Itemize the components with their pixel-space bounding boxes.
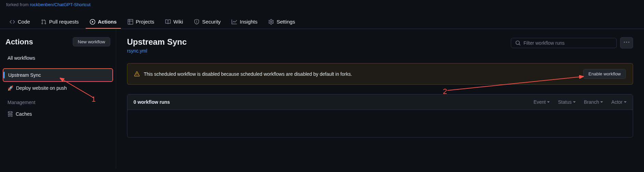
svg-point-0 — [8, 112, 12, 113]
play-icon — [90, 19, 95, 25]
pull-request-icon — [41, 19, 46, 25]
nav-code[interactable]: Code — [5, 15, 34, 29]
workflow-file-link[interactable]: rsync.yml — [127, 48, 147, 54]
filter-input-wrap[interactable] — [511, 38, 617, 48]
all-workflows-item[interactable]: All workflows — [3, 52, 113, 64]
kebab-icon — [624, 40, 629, 45]
warning-content: This scheduled workflow is disabled beca… — [134, 71, 352, 77]
graph-icon — [232, 19, 237, 25]
fork-prefix: forked from — [6, 2, 29, 7]
chevron-down-icon — [624, 101, 627, 103]
filter-dropdowns: Event Status Branch Actor — [533, 99, 627, 105]
workflow-title-group: Upstream Sync rsync.yml — [127, 37, 187, 54]
warning-text: This scheduled workflow is disabled beca… — [144, 71, 352, 77]
book-icon — [165, 19, 171, 25]
nav-projects-label: Projects — [136, 19, 154, 25]
code-icon — [10, 19, 15, 25]
shield-icon — [194, 19, 199, 25]
main-layout: Actions New workflow All workflows Upstr… — [0, 29, 644, 169]
caches-item[interactable]: Caches — [3, 108, 113, 120]
sidebar-header: Actions New workflow — [3, 34, 113, 52]
workflow-item-upstream-sync[interactable]: Upstream Sync — [3, 68, 113, 82]
workflow-header: Upstream Sync rsync.yml — [127, 37, 633, 54]
content: Upstream Sync rsync.yml This scheduled w… — [116, 29, 644, 169]
workflow-item-deploy[interactable]: 🚀 Deploy website on push — [3, 82, 113, 94]
nav-pr-label: Pull requests — [49, 19, 79, 25]
nav-insights[interactable]: Insights — [227, 15, 262, 29]
nav-projects[interactable]: Projects — [124, 15, 158, 29]
nav-actions[interactable]: Actions — [86, 15, 121, 29]
branch-filter[interactable]: Branch — [584, 99, 603, 105]
sidebar-title: Actions — [5, 38, 33, 46]
rocket-icon: 🚀 — [8, 85, 13, 91]
gear-icon — [268, 19, 274, 25]
nav-settings-label: Settings — [277, 19, 295, 25]
nav-actions-label: Actions — [98, 19, 117, 25]
runs-count: 0 workflow runs — [134, 99, 170, 105]
fork-info: forked from rockbenben/ChatGPT-Shortcut — [0, 0, 644, 9]
management-label: Management — [3, 94, 113, 108]
workflow-label: Deploy website on push — [16, 85, 67, 91]
search-icon — [515, 40, 521, 46]
chevron-down-icon — [573, 101, 576, 103]
workflow-title: Upstream Sync — [127, 37, 187, 47]
table-icon — [128, 19, 133, 25]
filter-input[interactable] — [523, 40, 612, 46]
nav-wiki[interactable]: Wiki — [161, 15, 187, 29]
runs-header: 0 workflow runs Event Status Branch — [127, 95, 633, 110]
new-workflow-button[interactable]: New workflow — [73, 37, 110, 46]
nav-wiki-label: Wiki — [173, 19, 183, 25]
sidebar: Actions New workflow All workflows Upstr… — [0, 29, 116, 169]
fork-repo-link[interactable]: rockbenben/ChatGPT-Shortcut — [30, 2, 90, 7]
chevron-down-icon — [547, 101, 550, 103]
nav-settings[interactable]: Settings — [264, 15, 299, 29]
repo-nav: Code Pull requests Actions Projects Wiki… — [0, 15, 644, 29]
enable-workflow-button[interactable]: Enable workflow — [583, 69, 626, 79]
nav-pull-requests[interactable]: Pull requests — [37, 15, 83, 29]
workflow-label: Upstream Sync — [8, 72, 41, 78]
alert-icon — [134, 71, 140, 77]
header-controls — [511, 37, 633, 48]
status-filter[interactable]: Status — [558, 99, 576, 105]
runs-panel: 0 workflow runs Event Status Branch — [127, 94, 633, 138]
all-workflows-label: All workflows — [8, 55, 35, 61]
nav-security[interactable]: Security — [190, 15, 225, 29]
runs-body — [127, 110, 633, 137]
caches-label: Caches — [16, 111, 32, 117]
event-filter[interactable]: Event — [533, 99, 550, 105]
warning-banner: This scheduled workflow is disabled beca… — [127, 63, 633, 85]
nav-insights-label: Insights — [240, 19, 257, 25]
actor-filter[interactable]: Actor — [611, 99, 627, 105]
chevron-down-icon — [600, 101, 603, 103]
nav-code-label: Code — [18, 19, 30, 25]
nav-security-label: Security — [202, 19, 221, 25]
kebab-menu-button[interactable] — [620, 37, 633, 48]
database-icon — [8, 111, 13, 117]
